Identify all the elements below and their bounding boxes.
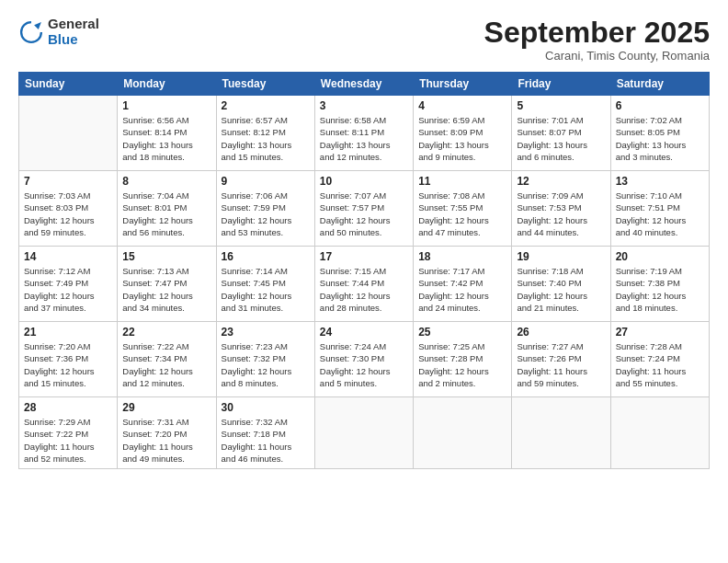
table-row: 24Sunrise: 7:24 AM Sunset: 7:30 PM Dayli… — [314, 322, 413, 397]
table-row: 20Sunrise: 7:19 AM Sunset: 7:38 PM Dayli… — [610, 247, 709, 322]
table-row: 29Sunrise: 7:31 AM Sunset: 7:20 PM Dayli… — [118, 397, 216, 469]
day-info: Sunrise: 7:10 AM Sunset: 7:51 PM Dayligh… — [616, 190, 704, 238]
day-number: 28 — [24, 401, 112, 414]
day-info: Sunrise: 7:09 AM Sunset: 7:53 PM Dayligh… — [517, 190, 605, 238]
day-number: 27 — [616, 326, 704, 339]
day-number: 6 — [616, 99, 704, 112]
table-row: 9Sunrise: 7:06 AM Sunset: 7:59 PM Daylig… — [216, 171, 314, 247]
table-row: 1Sunrise: 6:56 AM Sunset: 8:14 PM Daylig… — [118, 96, 216, 171]
table-row: 19Sunrise: 7:18 AM Sunset: 7:40 PM Dayli… — [512, 247, 610, 322]
day-info: Sunrise: 7:19 AM Sunset: 7:38 PM Dayligh… — [616, 265, 704, 314]
logo: General Blue — [18, 17, 99, 47]
header-monday: Monday — [118, 73, 216, 96]
day-info: Sunrise: 7:17 AM Sunset: 7:42 PM Dayligh… — [418, 265, 506, 314]
day-number: 7 — [24, 175, 112, 188]
day-number: 30 — [222, 401, 310, 414]
day-info: Sunrise: 7:01 AM Sunset: 8:07 PM Dayligh… — [517, 114, 605, 163]
table-row: 12Sunrise: 7:09 AM Sunset: 7:53 PM Dayli… — [512, 171, 610, 247]
table-row: 10Sunrise: 7:07 AM Sunset: 7:57 PM Dayli… — [314, 171, 413, 247]
calendar-week-row: 7Sunrise: 7:03 AM Sunset: 8:03 PM Daylig… — [19, 171, 710, 247]
day-number: 16 — [222, 250, 310, 263]
table-row — [314, 397, 413, 469]
calendar-week-row: 14Sunrise: 7:12 AM Sunset: 7:49 PM Dayli… — [19, 247, 710, 322]
day-number: 15 — [122, 250, 210, 263]
table-row: 18Sunrise: 7:17 AM Sunset: 7:42 PM Dayli… — [414, 247, 512, 322]
table-row: 22Sunrise: 7:22 AM Sunset: 7:34 PM Dayli… — [118, 322, 216, 397]
table-row — [512, 397, 610, 469]
day-number: 1 — [122, 99, 210, 112]
day-number: 8 — [122, 175, 210, 188]
table-row: 4Sunrise: 6:59 AM Sunset: 8:09 PM Daylig… — [414, 96, 512, 171]
day-info: Sunrise: 6:59 AM Sunset: 8:09 PM Dayligh… — [418, 114, 506, 163]
page-header: General Blue September 2025 Carani, Timi… — [18, 17, 710, 63]
calendar-table: Sunday Monday Tuesday Wednesday Thursday… — [18, 72, 710, 469]
table-row: 8Sunrise: 7:04 AM Sunset: 8:01 PM Daylig… — [118, 171, 216, 247]
table-row: 30Sunrise: 7:32 AM Sunset: 7:18 PM Dayli… — [216, 397, 314, 469]
table-row: 25Sunrise: 7:25 AM Sunset: 7:28 PM Dayli… — [414, 322, 512, 397]
day-info: Sunrise: 7:04 AM Sunset: 8:01 PM Dayligh… — [122, 190, 210, 238]
day-info: Sunrise: 7:23 AM Sunset: 7:32 PM Dayligh… — [222, 340, 310, 389]
day-info: Sunrise: 7:12 AM Sunset: 7:49 PM Dayligh… — [24, 265, 112, 314]
day-info: Sunrise: 6:56 AM Sunset: 8:14 PM Dayligh… — [122, 114, 210, 163]
logo-icon — [18, 19, 44, 45]
day-number: 20 — [616, 250, 704, 263]
logo-blue-label: Blue — [48, 32, 99, 48]
day-number: 21 — [24, 326, 112, 339]
day-info: Sunrise: 7:29 AM Sunset: 7:22 PM Dayligh… — [24, 416, 112, 465]
calendar-week-row: 28Sunrise: 7:29 AM Sunset: 7:22 PM Dayli… — [19, 397, 710, 469]
table-row: 14Sunrise: 7:12 AM Sunset: 7:49 PM Dayli… — [19, 247, 118, 322]
day-number: 5 — [517, 99, 605, 112]
day-info: Sunrise: 6:58 AM Sunset: 8:11 PM Dayligh… — [320, 114, 408, 163]
day-info: Sunrise: 7:31 AM Sunset: 7:20 PM Dayligh… — [122, 416, 210, 465]
table-row: 7Sunrise: 7:03 AM Sunset: 8:03 PM Daylig… — [19, 171, 118, 247]
day-number: 11 — [418, 175, 506, 188]
day-info: Sunrise: 7:20 AM Sunset: 7:36 PM Dayligh… — [24, 340, 112, 389]
day-info: Sunrise: 7:14 AM Sunset: 7:45 PM Dayligh… — [222, 265, 310, 314]
day-number: 13 — [616, 175, 704, 188]
table-row — [414, 397, 512, 469]
table-row: 23Sunrise: 7:23 AM Sunset: 7:32 PM Dayli… — [216, 322, 314, 397]
day-number: 29 — [122, 401, 210, 414]
table-row: 13Sunrise: 7:10 AM Sunset: 7:51 PM Dayli… — [610, 171, 709, 247]
table-row: 27Sunrise: 7:28 AM Sunset: 7:24 PM Dayli… — [610, 322, 709, 397]
logo-text: General Blue — [48, 17, 99, 47]
day-info: Sunrise: 7:25 AM Sunset: 7:28 PM Dayligh… — [418, 340, 506, 389]
month-title: September 2025 — [484, 17, 710, 49]
title-block: September 2025 Carani, Timis County, Rom… — [484, 17, 710, 63]
day-info: Sunrise: 7:07 AM Sunset: 7:57 PM Dayligh… — [320, 190, 408, 238]
day-info: Sunrise: 7:02 AM Sunset: 8:05 PM Dayligh… — [616, 114, 704, 163]
header-tuesday: Tuesday — [216, 73, 314, 96]
calendar-week-row: 21Sunrise: 7:20 AM Sunset: 7:36 PM Dayli… — [19, 322, 710, 397]
table-row: 5Sunrise: 7:01 AM Sunset: 8:07 PM Daylig… — [512, 96, 610, 171]
header-friday: Friday — [512, 73, 610, 96]
day-number: 12 — [517, 175, 605, 188]
table-row: 2Sunrise: 6:57 AM Sunset: 8:12 PM Daylig… — [216, 96, 314, 171]
day-info: Sunrise: 6:57 AM Sunset: 8:12 PM Dayligh… — [222, 114, 310, 163]
day-info: Sunrise: 7:06 AM Sunset: 7:59 PM Dayligh… — [222, 190, 310, 238]
table-row: 26Sunrise: 7:27 AM Sunset: 7:26 PM Dayli… — [512, 322, 610, 397]
day-number: 19 — [517, 250, 605, 263]
day-number: 22 — [122, 326, 210, 339]
day-number: 9 — [222, 175, 310, 188]
location-subtitle: Carani, Timis County, Romania — [484, 49, 710, 63]
day-info: Sunrise: 7:15 AM Sunset: 7:44 PM Dayligh… — [320, 265, 408, 314]
day-info: Sunrise: 7:18 AM Sunset: 7:40 PM Dayligh… — [517, 265, 605, 314]
day-number: 18 — [418, 250, 506, 263]
day-number: 4 — [418, 99, 506, 112]
calendar-header-row: Sunday Monday Tuesday Wednesday Thursday… — [19, 73, 710, 96]
calendar-week-row: 1Sunrise: 6:56 AM Sunset: 8:14 PM Daylig… — [19, 96, 710, 171]
day-number: 26 — [517, 326, 605, 339]
table-row — [610, 397, 709, 469]
header-sunday: Sunday — [19, 73, 118, 96]
table-row — [19, 96, 118, 171]
table-row: 11Sunrise: 7:08 AM Sunset: 7:55 PM Dayli… — [414, 171, 512, 247]
table-row: 6Sunrise: 7:02 AM Sunset: 8:05 PM Daylig… — [610, 96, 709, 171]
day-number: 24 — [320, 326, 408, 339]
table-row: 28Sunrise: 7:29 AM Sunset: 7:22 PM Dayli… — [19, 397, 118, 469]
day-info: Sunrise: 7:24 AM Sunset: 7:30 PM Dayligh… — [320, 340, 408, 389]
header-saturday: Saturday — [610, 73, 709, 96]
day-number: 17 — [320, 250, 408, 263]
day-info: Sunrise: 7:08 AM Sunset: 7:55 PM Dayligh… — [418, 190, 506, 238]
day-number: 3 — [320, 99, 408, 112]
logo-general-label: General — [48, 17, 99, 32]
